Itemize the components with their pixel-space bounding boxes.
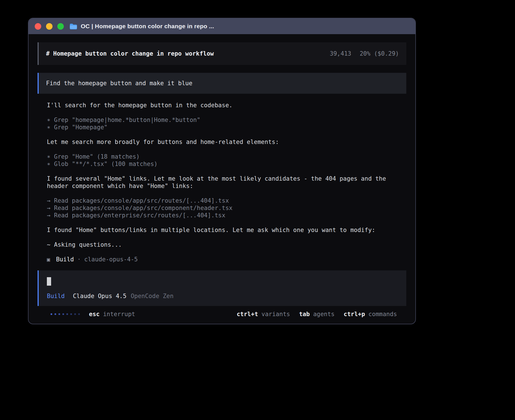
tool-call-read: → Read packages/enterprise/src/routes/[.…	[47, 212, 406, 219]
assistant-status-text: ~ Asking questions...	[47, 241, 406, 248]
traffic-lights	[35, 23, 64, 30]
tool-call-read: → Read packages/console/app/src/componen…	[47, 204, 406, 212]
shortcut-commands: ctrl+p commands	[344, 310, 397, 318]
terminal-window: OC | Homepage button color change in rep…	[28, 18, 416, 324]
assistant-paragraph: Let me search more broadly for buttons a…	[47, 138, 406, 146]
input-agent-label[interactable]: Build	[47, 292, 65, 300]
user-message: Find the homepage button and make it blu…	[38, 73, 406, 94]
shortcut-label: commands	[368, 310, 397, 318]
agent-status-line: ▣ Build · claude-opus-4-5	[47, 256, 406, 263]
agent-icon: ▣	[47, 256, 50, 263]
status-bar-right: ctrl+t variants tab agents ctrl+p comman…	[237, 310, 397, 318]
context-usage: 20% ($0.29)	[360, 50, 399, 57]
spinner-icon	[51, 313, 80, 315]
shortcut-key: tab	[299, 310, 310, 318]
prompt-input[interactable]: Build Claude Opus 4.5 OpenCode Zen	[38, 270, 406, 306]
shortcut-key: ctrl+t	[237, 310, 258, 318]
tool-call-read: → Read packages/console/app/src/routes/[…	[47, 197, 406, 204]
input-provider-label: OpenCode Zen	[131, 292, 174, 300]
shortcut-agents: tab agents	[299, 310, 335, 318]
shortcut-label: agents	[313, 310, 335, 318]
maximize-button[interactable]	[57, 23, 64, 30]
folder-icon	[69, 23, 77, 30]
tool-call-grep: ∗ Grep "Homepage"	[47, 124, 406, 131]
assistant-paragraph: I'll search for the homepage button in t…	[47, 102, 406, 109]
input-meta-row: Build Claude Opus 4.5 OpenCode Zen	[47, 292, 399, 300]
status-bar-left: esc interrupt	[51, 310, 135, 318]
session-stats: 39,413 20% ($0.29)	[330, 50, 399, 57]
token-count: 39,413	[330, 50, 351, 57]
shortcut-label: variants	[261, 310, 290, 318]
agent-model: claude-opus-4-5	[84, 256, 138, 263]
close-button[interactable]	[35, 23, 41, 30]
tool-call-group: ∗ Grep "Home" (18 matches) ∗ Glob "**/*.…	[47, 153, 406, 168]
status-bar: esc interrupt ctrl+t variants tab agents…	[38, 310, 406, 318]
assistant-paragraph: I found "Home" buttons/links in multiple…	[47, 226, 406, 234]
session-header: # Homepage button color change in repo w…	[38, 42, 406, 65]
chat-transcript: I'll search for the homepage button in t…	[38, 94, 406, 263]
window-title: OC | Homepage button color change in rep…	[81, 23, 214, 30]
window-titlebar[interactable]: OC | Homepage button color change in rep…	[29, 18, 415, 34]
agent-name: Build	[56, 256, 74, 263]
text-cursor	[47, 277, 51, 286]
esc-key: esc	[89, 310, 100, 318]
tool-call-grep: ∗ Grep "homepage|home.*button|Home.*butt…	[47, 116, 406, 124]
terminal-content: # Homepage button color change in repo w…	[29, 34, 415, 318]
tool-call-group: ∗ Grep "homepage|home.*button|Home.*butt…	[47, 116, 406, 131]
esc-label: interrupt	[103, 310, 135, 318]
user-message-text: Find the homepage button and make it blu…	[46, 80, 192, 87]
minimize-button[interactable]	[46, 23, 53, 30]
separator-dot: ·	[77, 256, 81, 263]
shortcut-key: ctrl+p	[344, 310, 365, 318]
shortcut-interrupt: esc interrupt	[89, 310, 135, 318]
tool-call-grep: ∗ Grep "Home" (18 matches)	[47, 153, 406, 160]
tool-call-group: → Read packages/console/app/src/routes/[…	[47, 197, 406, 219]
session-title: # Homepage button color change in repo w…	[46, 50, 214, 57]
input-model-label[interactable]: Claude Opus 4.5	[73, 292, 126, 300]
shortcut-variants: ctrl+t variants	[237, 310, 290, 318]
tool-call-glob: ∗ Glob "**/*.tsx" (100 matches)	[47, 160, 406, 168]
assistant-paragraph: I found several "Home" links. Let me loo…	[47, 175, 406, 190]
